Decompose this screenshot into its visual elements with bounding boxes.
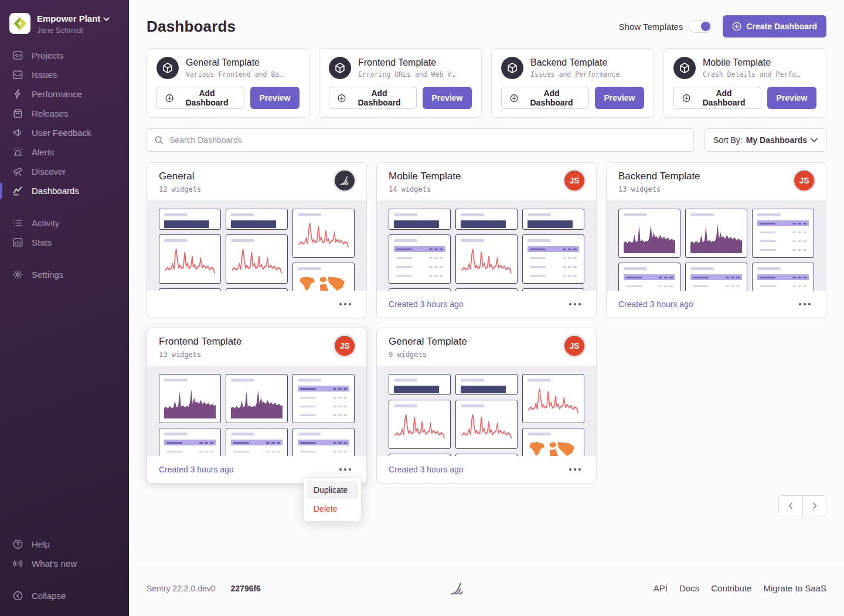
dashboard-card-general[interactable]: General 12 widgets	[147, 162, 367, 318]
mini-widget-table	[752, 209, 814, 258]
settings-icon	[12, 269, 23, 280]
sidebar-item-issues[interactable]: Issues	[0, 65, 129, 84]
dashboard-preview	[147, 200, 366, 291]
dashboard-widget-count: 12 widgets	[159, 185, 201, 193]
pagination-next-button[interactable]	[802, 496, 826, 516]
template-cube-icon	[673, 57, 696, 79]
create-dashboard-label: Create Dashboard	[746, 22, 817, 31]
add-dashboard-button[interactable]: Add Dashboard	[156, 87, 244, 109]
search-dashboards	[147, 128, 694, 152]
collapse-icon	[12, 590, 23, 601]
preview-button[interactable]: Preview	[250, 87, 300, 109]
mini-widget-world-map	[292, 263, 355, 291]
preview-button[interactable]: Preview	[767, 87, 816, 109]
dashboard-card-backend-template[interactable]: Backend Template 13 widgets JS Created 3…	[606, 162, 826, 318]
card-menu-button[interactable]	[336, 465, 355, 474]
footer-build-hash: 22796f6	[231, 584, 261, 593]
sidebar-item-label: Settings	[32, 270, 63, 280]
sidebar-item-stats[interactable]: Stats	[0, 233, 129, 252]
releases-icon	[12, 108, 23, 119]
mini-widget-bignumber	[389, 374, 451, 395]
template-cube-icon	[156, 57, 179, 79]
add-dashboard-button[interactable]: Add Dashboard	[673, 87, 761, 109]
dashboard-card-mobile-template[interactable]: Mobile Template 14 widgets JS Created 3 …	[376, 162, 597, 318]
context-menu-delete[interactable]: Delete	[307, 499, 358, 518]
sidebar-item-performance[interactable]: Performance	[0, 84, 129, 104]
preview-label: Preview	[260, 93, 291, 103]
sidebar-item-alerts[interactable]: Alerts	[0, 142, 129, 162]
search-input[interactable]	[147, 128, 694, 152]
sidebar-item-label: Performance	[32, 89, 82, 99]
empower-plant-logo-icon	[12, 15, 28, 32]
dashboard-grid: General 12 widgets Mobile	[147, 162, 826, 484]
show-templates-toggle[interactable]	[689, 20, 712, 33]
dashboard-card-general-template[interactable]: General Template 9 widgets JS Created 3 …	[376, 328, 597, 484]
card-menu-button[interactable]	[795, 300, 814, 309]
footer-link-contribute[interactable]: Contribute	[711, 583, 751, 593]
sidebar-item-whats-new[interactable]: What's new	[0, 554, 129, 573]
user-avatar: JS	[564, 171, 584, 190]
sidebar-item-settings[interactable]: Settings	[0, 265, 129, 284]
sidebar-item-user-feedback[interactable]: User Feedback	[0, 123, 129, 142]
sidebar-item-discover[interactable]: Discover	[0, 162, 129, 181]
page-title: Dashboards	[147, 18, 236, 36]
sidebar-item-label: Help	[32, 539, 50, 549]
mini-widget-bignumber	[389, 209, 451, 230]
dashboard-card-frontend-template[interactable]: Frontend Template 13 widgets JS Created …	[147, 328, 367, 484]
template-card-backend: Backend Template Issues and Performance …	[491, 48, 654, 118]
sidebar-item-dashboards[interactable]: Dashboards	[0, 181, 129, 200]
add-dashboard-button[interactable]: Add Dashboard	[329, 87, 417, 109]
plus-circle-icon	[732, 22, 741, 31]
template-title: Frontend Template	[358, 57, 457, 68]
mini-widget-table	[226, 428, 288, 456]
template-title: Mobile Template	[703, 57, 801, 68]
footer-link-docs[interactable]: Docs	[679, 583, 699, 593]
sidebar-item-label: Dashboards	[32, 186, 79, 196]
context-menu-duplicate[interactable]: Duplicate	[307, 481, 358, 499]
card-menu-button[interactable]	[566, 465, 584, 474]
mini-widget-bignumber	[226, 209, 288, 230]
mini-widget-line-chart	[455, 234, 518, 284]
template-card-mobile: Mobile Template Crash Details and Perfor…	[663, 48, 826, 118]
dashboard-widget-count: 9 widgets	[389, 350, 467, 359]
dashboard-preview	[377, 366, 596, 456]
sidebar-item-label: Alerts	[32, 147, 54, 157]
template-description: Crash Details and Perform…	[703, 70, 801, 79]
pagination	[147, 495, 826, 516]
sidebar-collapse-button[interactable]: Collapse	[0, 586, 129, 605]
user-feedback-icon	[12, 127, 23, 138]
org-switcher[interactable]: Empower Plant Jane Schmidt	[0, 8, 129, 46]
mini-widget-bignumber	[159, 209, 221, 230]
org-name: Empower Plant	[37, 13, 100, 25]
template-card-general: General Template Various Frontend and Ba…	[147, 48, 309, 118]
template-title: General Template	[186, 57, 284, 68]
sidebar-item-label: What's new	[32, 559, 77, 569]
add-dashboard-label: Add Dashboard	[523, 89, 580, 107]
create-dashboard-button[interactable]: Create Dashboard	[723, 15, 826, 38]
chevron-down-icon	[103, 17, 110, 21]
preview-button[interactable]: Preview	[423, 87, 472, 109]
sidebar-item-help[interactable]: Help	[0, 535, 129, 554]
add-dashboard-button[interactable]: Add Dashboard	[501, 87, 589, 109]
sidebar-item-releases[interactable]: Releases	[0, 104, 129, 123]
footer-link-migrate[interactable]: Migrate to SaaS	[763, 583, 826, 593]
sidebar-item-projects[interactable]: Projects	[0, 46, 129, 65]
card-menu-button[interactable]	[566, 300, 584, 309]
preview-button[interactable]: Preview	[595, 87, 644, 109]
sidebar-item-activity[interactable]: Activity	[0, 213, 129, 233]
preview-label: Preview	[432, 93, 463, 103]
preview-label: Preview	[777, 93, 808, 103]
alerts-icon	[12, 147, 23, 158]
user-avatar: JS	[335, 336, 355, 356]
stats-icon	[12, 237, 23, 248]
mini-widget-table	[389, 234, 451, 284]
sort-by-dropdown[interactable]: Sort By: My Dashboards	[705, 128, 826, 152]
pagination-previous-button[interactable]	[779, 496, 802, 516]
template-cube-icon	[501, 57, 523, 79]
plus-circle-icon	[165, 94, 173, 103]
add-dashboard-label: Add Dashboard	[350, 89, 408, 107]
dashboards-icon	[12, 185, 23, 196]
main-area: Dashboards Show Templates Create Dashboa…	[129, 0, 844, 616]
card-menu-button[interactable]	[336, 300, 355, 309]
footer-link-api[interactable]: API	[654, 583, 668, 593]
